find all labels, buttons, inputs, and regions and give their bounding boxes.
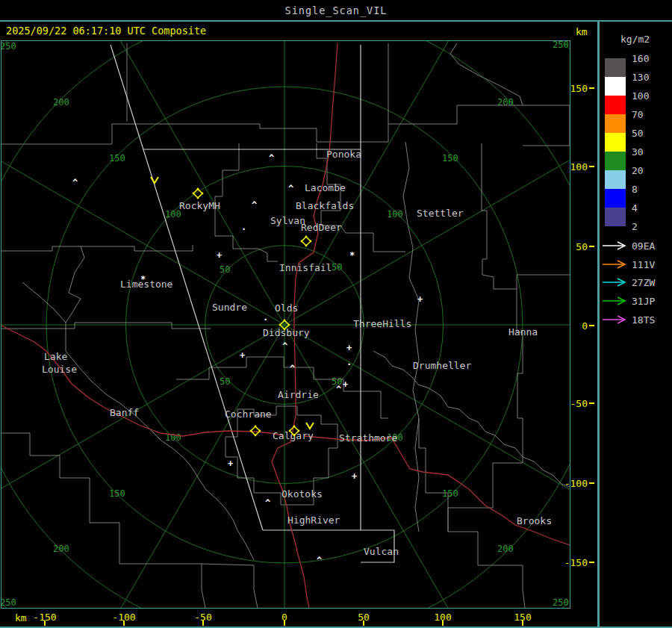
radar-site-dot xyxy=(310,240,312,243)
boundary-line xyxy=(1,245,193,251)
legend-scale-value: 20 xyxy=(632,165,662,176)
boundary-line xyxy=(66,246,84,323)
ring-distance-label: 150 xyxy=(109,488,125,499)
radar-site-diamond-icon xyxy=(302,237,311,246)
city-label-stettler: Stettler xyxy=(417,208,464,219)
right-axis-tick-mark xyxy=(589,325,594,326)
city-label-sundre: Sundre xyxy=(212,302,247,313)
right-axis-tick-mark xyxy=(589,246,594,247)
town-marker: + xyxy=(343,379,348,390)
ring-distance-label: 250 xyxy=(553,41,569,50)
scan-timestamp: 2025/09/22 06:17:10 UTC Composite xyxy=(6,25,206,37)
boundary-line xyxy=(373,351,570,487)
title-divider xyxy=(0,20,672,22)
bottom-axis-tick-mark xyxy=(123,621,125,626)
radar-id-label: 31JP xyxy=(632,296,669,307)
ring-distance-label: 250 xyxy=(1,597,16,608)
city-label-lacombe: Lacombe xyxy=(305,182,346,193)
ring-distance-label: 200 xyxy=(497,97,514,108)
legend-color-swatch xyxy=(605,208,626,226)
right-axis-tick-label: 100 xyxy=(562,161,588,172)
radar-site-dot xyxy=(250,430,252,432)
radar-site-dot xyxy=(305,245,308,247)
right-axis-tick-label: -50 xyxy=(562,398,588,409)
city-label-calgary: Calgary xyxy=(273,430,314,441)
city-label-rockymh: RockyMH xyxy=(179,200,220,211)
town-markers: ^^^^^^^^^**+++++++... xyxy=(72,153,423,566)
radar-arrow-icon xyxy=(602,241,630,250)
map-canvas[interactable]: 5010015020025050100150200250501001502002… xyxy=(1,41,570,608)
radar-arrow-icon xyxy=(602,315,630,324)
town-marker: ^ xyxy=(252,200,257,211)
radial-line xyxy=(80,41,284,325)
radar-id-label: 18TS xyxy=(632,314,669,326)
radar-site-dot xyxy=(255,435,257,437)
ring-distance-label: 250 xyxy=(1,41,16,52)
boundary-line xyxy=(22,282,254,560)
town-marker: ^ xyxy=(72,178,78,188)
radar-site-dot xyxy=(289,430,291,432)
town-marker: ^ xyxy=(288,184,293,194)
right-axis-tick-label: 0 xyxy=(562,320,588,332)
legend-color-swatch xyxy=(605,133,626,152)
ring-distance-label: 50 xyxy=(332,262,342,273)
city-label-lake: Lake xyxy=(44,351,67,362)
radar-site-dot xyxy=(284,329,286,331)
city-label-drumheller: Drumheller xyxy=(413,360,471,371)
ring-distance-label: 50 xyxy=(220,264,230,275)
city-label-strathmore: Strathmore xyxy=(339,432,397,444)
legend-scale-value: 50 xyxy=(632,128,662,139)
radar-app-window: Single_Scan_VIL 2025/09/22 06:17:10 UTC … xyxy=(0,0,672,628)
legend-scale-value: 130 xyxy=(632,72,662,83)
storm-arrow-icon xyxy=(151,177,158,183)
right-axis-tick-label: -100 xyxy=(562,478,588,489)
legend-color-swatch xyxy=(605,189,626,208)
legend-color-swatch xyxy=(605,58,626,77)
town-marker: . xyxy=(346,357,352,367)
ring-distance-label: 150 xyxy=(442,488,458,499)
city-label-okotoks: Okotoks xyxy=(281,488,323,500)
bottom-axis-unit-label: km xyxy=(15,612,27,624)
city-label-blackfalds: Blackfalds xyxy=(296,200,354,211)
boundary-line xyxy=(450,43,523,105)
radar-id-label: 09EA xyxy=(632,240,669,252)
bottom-axis-tick-mark xyxy=(442,621,444,626)
legend-unit-label: kg/m2 xyxy=(620,34,650,45)
radar-site-dot xyxy=(193,193,195,195)
radar-site-dot xyxy=(255,426,257,428)
city-label-hanna: Hanna xyxy=(508,326,538,338)
town-marker: ^ xyxy=(282,341,287,352)
boundary-line xyxy=(448,289,523,532)
legend-scale-value: 70 xyxy=(632,109,662,120)
radar-arrow-icon xyxy=(602,260,630,269)
radar-site-dot xyxy=(305,236,308,238)
town-marker: ^ xyxy=(290,364,295,374)
ring-distance-label: 100 xyxy=(387,209,403,220)
town-marker: ^ xyxy=(265,498,270,509)
ring-distance-label: 200 xyxy=(53,544,69,554)
legend-color-swatch xyxy=(605,77,626,96)
right-axis-unit-label: km xyxy=(576,26,588,37)
radar-site-dot xyxy=(197,188,199,190)
window-title: Single_Scan_VIL xyxy=(0,4,672,16)
city-label-limestone: Limestone xyxy=(120,279,173,290)
town-marker: . xyxy=(263,312,268,323)
right-axis-tick-mark xyxy=(589,562,594,563)
town-marker: + xyxy=(217,250,222,261)
radar-site-dot xyxy=(293,435,296,437)
legend-scale-value: 30 xyxy=(632,146,662,158)
city-label-ponoka: Ponoka xyxy=(326,149,361,160)
radar-arrow-icon xyxy=(602,278,630,287)
ring-distance-label: 150 xyxy=(442,153,458,164)
boundary-line xyxy=(1,433,205,608)
radar-site-dot xyxy=(284,320,286,322)
city-label-sylvan: Sylvan xyxy=(270,215,305,226)
bottom-axis-tick-mark xyxy=(44,621,46,626)
legend-scale-value: 160 xyxy=(632,53,662,64)
legend-scale-value: 8 xyxy=(632,184,662,195)
radial-line xyxy=(284,325,570,529)
boundary-line xyxy=(523,105,570,146)
legend-scale-value: 100 xyxy=(632,90,662,102)
city-label-didsbury: Didsbury xyxy=(263,327,310,338)
boundary-line xyxy=(419,418,525,608)
